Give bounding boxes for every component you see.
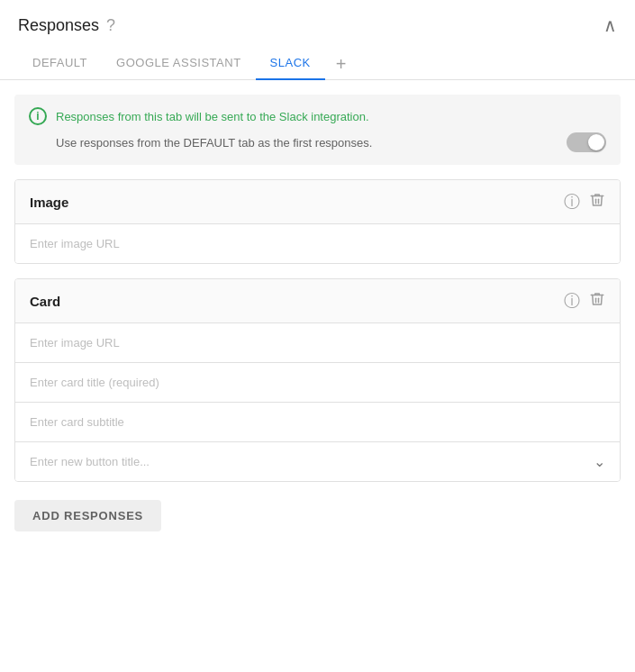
page-title: Responses: [18, 16, 99, 35]
image-card-actions: ⓘ: [564, 191, 605, 213]
info-banner-bottom: Use responses from the DEFAULT tab as th…: [29, 132, 606, 152]
chevron-down-icon[interactable]: ⌄: [579, 453, 620, 470]
tab-slack[interactable]: SLACK: [256, 47, 325, 80]
default-tab-toggle[interactable]: [567, 132, 606, 152]
tab-google-assistant[interactable]: GOOGLE ASSISTANT: [102, 47, 256, 80]
info-text-green: Responses from this tab will be sent to …: [56, 110, 369, 123]
image-delete-icon[interactable]: [589, 192, 605, 213]
image-url-input[interactable]: [15, 224, 620, 263]
card-title-input[interactable]: [15, 363, 620, 403]
card-card-actions: ⓘ: [564, 290, 605, 312]
card-delete-icon[interactable]: [589, 291, 605, 312]
toggle-thumb: [588, 134, 604, 150]
tabs-bar: DEFAULT GOOGLE ASSISTANT SLACK +: [0, 47, 635, 80]
card-card-header: Card ⓘ: [15, 279, 620, 323]
info-banner: i Responses from this tab will be sent t…: [14, 95, 621, 165]
card-section-title: Card: [30, 294, 60, 309]
info-circle-icon: i: [29, 107, 47, 125]
image-card-header: Image ⓘ: [15, 180, 620, 224]
card-button-title-input[interactable]: [15, 442, 579, 481]
card-image-url-input[interactable]: [15, 323, 620, 363]
info-banner-top: i Responses from this tab will be sent t…: [29, 107, 606, 125]
add-responses-button[interactable]: ADD RESPONSES: [14, 500, 161, 531]
info-text-gray: Use responses from the DEFAULT tab as th…: [56, 136, 372, 150]
image-help-icon[interactable]: ⓘ: [564, 191, 580, 213]
image-section: Image ⓘ: [14, 179, 621, 264]
tab-default[interactable]: DEFAULT: [18, 47, 102, 80]
card-section: Card ⓘ ⌄: [14, 278, 621, 482]
card-help-icon[interactable]: ⓘ: [564, 290, 580, 312]
image-section-title: Image: [30, 195, 68, 210]
help-icon[interactable]: ?: [106, 16, 115, 35]
card-button-title-row: ⌄: [15, 442, 620, 481]
responses-header: Responses ? ∧: [0, 0, 635, 36]
header-left: Responses ?: [18, 16, 115, 35]
tab-add-button[interactable]: +: [325, 48, 358, 80]
card-subtitle-input[interactable]: [15, 403, 620, 442]
collapse-icon[interactable]: ∧: [603, 14, 617, 36]
